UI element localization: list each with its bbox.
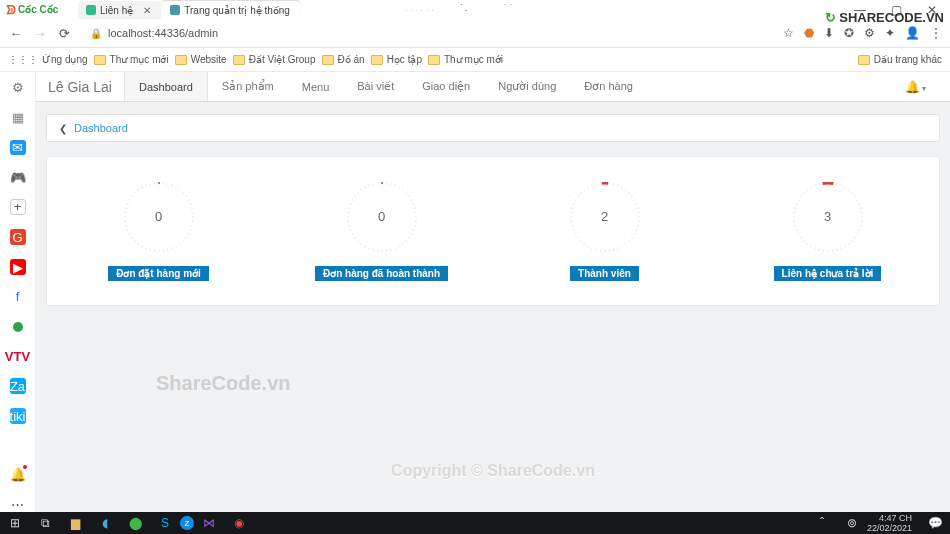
address-bar[interactable]: 🔒localhost:44336/admin <box>80 27 775 39</box>
svg-line-103 <box>625 189 626 191</box>
wifi-icon[interactable]: ⊚ <box>837 516 867 530</box>
nav-menu[interactable]: Menu <box>288 72 344 101</box>
bookmark-folder[interactable]: Thư mục mới <box>94 54 169 65</box>
svg-line-8 <box>187 199 189 200</box>
zalo-icon[interactable]: Za <box>10 378 26 394</box>
watermark-text: ShareCode.vn <box>156 372 290 395</box>
svg-line-163 <box>854 237 856 238</box>
svg-line-192 <box>818 183 819 185</box>
coccoc-task-icon[interactable]: ⬤ <box>120 516 150 530</box>
dot-icon[interactable] <box>10 319 26 335</box>
bookmarks-bar: ⋮⋮⋮ Ứng dụng Thư mục mới Website Đất Việ… <box>0 48 950 72</box>
reload-button[interactable]: ⟳ <box>56 26 72 41</box>
nav-orders[interactable]: Đơn hàng <box>570 72 647 101</box>
svg-line-6 <box>182 192 183 193</box>
menu-icon[interactable]: ⋮ <box>930 26 942 40</box>
svg-line-185 <box>795 203 797 204</box>
edge-icon[interactable]: ◖ <box>90 516 120 530</box>
svg-line-130 <box>574 233 576 234</box>
nav-users[interactable]: Người dùng <box>484 72 570 101</box>
bookmark-folder[interactable]: Đất Việt Group <box>233 54 316 65</box>
shield-icon[interactable]: ⬣ <box>804 26 814 40</box>
puzzle-icon[interactable]: ✦ <box>885 26 895 40</box>
svg-line-83 <box>348 225 350 226</box>
bandicam-task-icon[interactable]: ◉ <box>224 516 254 530</box>
svg-line-154 <box>856 199 858 200</box>
task-view-icon[interactable]: ⧉ <box>30 516 60 530</box>
star-icon[interactable]: ☆ <box>783 26 794 40</box>
notification-center-icon[interactable]: 💬 <box>920 516 950 530</box>
forward-button[interactable]: → <box>32 26 48 41</box>
svg-point-97 <box>381 182 383 184</box>
svg-line-117 <box>625 243 626 245</box>
notifications-button[interactable]: 🔔 <box>905 80 940 94</box>
bookmark-folder[interactable]: Đồ án <box>322 54 365 65</box>
svg-line-95 <box>372 183 373 185</box>
bell-icon[interactable]: 🔔 <box>10 466 26 482</box>
download-icon[interactable]: ⬇ <box>824 26 834 40</box>
svg-line-16 <box>187 233 189 234</box>
gauge: 3 <box>793 182 863 252</box>
svg-line-53 <box>398 186 399 188</box>
apps-button[interactable]: ⋮⋮⋮ Ứng dụng <box>8 54 88 65</box>
avatar-icon[interactable]: 👤 <box>905 26 920 40</box>
svg-line-52 <box>394 184 395 186</box>
windows-taskbar: ⊞ ⧉ ▆ ◖ ⬤ S Z ⋈ ◉ ˆ ⊚ 4:47 CH22/02/2021 … <box>0 512 950 534</box>
admin-brand[interactable]: Lê Gia Lai <box>36 79 124 95</box>
google-icon[interactable]: G <box>10 229 26 245</box>
svg-line-92 <box>360 189 361 191</box>
nav-posts[interactable]: Bài viết <box>343 72 408 101</box>
box-icon[interactable]: ▦ <box>10 110 26 126</box>
tab-strip: Liên hệ✕ Trang quản trị hệ thống <box>78 0 301 19</box>
browser-tab[interactable]: Liên hệ✕ <box>78 1 161 19</box>
svg-line-148 <box>836 183 837 185</box>
more-icon[interactable]: ⋯ <box>10 496 26 512</box>
svg-point-48 <box>158 182 160 184</box>
svg-line-131 <box>572 229 574 230</box>
explorer-icon[interactable]: ▆ <box>60 516 90 530</box>
bookmark-folder[interactable]: Website <box>175 54 227 65</box>
add-icon[interactable]: + <box>10 199 26 215</box>
browser-toolbar: ← → ⟳ 🔒localhost:44336/admin ☆ ⬣ ⬇ ✪ ⚙ ✦… <box>0 19 950 48</box>
tray-chevron-icon[interactable]: ˆ <box>807 516 837 530</box>
gear-icon[interactable]: ⚙ <box>10 80 26 96</box>
svg-line-191 <box>814 184 815 186</box>
svg-line-90 <box>354 195 356 196</box>
extension-icon[interactable]: ✪ <box>844 26 854 40</box>
system-clock[interactable]: 4:47 CH22/02/2021 <box>867 513 920 533</box>
svg-line-115 <box>631 237 633 238</box>
start-button[interactable]: ⊞ <box>0 516 30 530</box>
back-button[interactable]: ← <box>8 26 24 41</box>
svg-line-82 <box>349 229 351 230</box>
gamepad-icon[interactable]: 🎮 <box>10 169 26 185</box>
bookmark-folder[interactable]: Học tập <box>371 54 422 65</box>
breadcrumb-link[interactable]: Dashboard <box>74 122 128 134</box>
bandicam-watermark: www.BANDICAM.com <box>404 0 547 15</box>
svg-line-189 <box>806 189 807 191</box>
vtv-icon[interactable]: VTV <box>10 349 26 365</box>
svg-line-2 <box>167 183 168 185</box>
svg-line-175 <box>806 243 807 245</box>
svg-line-143 <box>591 184 592 186</box>
youtube-icon[interactable]: ▶ <box>10 259 26 275</box>
facebook-icon[interactable]: f <box>10 289 26 305</box>
svg-line-79 <box>357 240 358 241</box>
svg-line-187 <box>800 195 802 196</box>
svg-line-56 <box>408 195 410 196</box>
extension-icon[interactable]: ⚙ <box>864 26 875 40</box>
tiki-icon[interactable]: tiki <box>10 408 26 424</box>
svg-line-45 <box>145 184 146 186</box>
other-bookmarks[interactable]: Dấu trang khác <box>858 54 942 65</box>
nav-products[interactable]: Sản phẩm <box>208 72 288 101</box>
vs-icon[interactable]: ⋈ <box>194 516 224 530</box>
messenger-icon[interactable]: ✉ <box>10 140 26 156</box>
browser-tab[interactable]: Trang quản trị hệ thống <box>162 1 300 19</box>
nav-theme[interactable]: Giao diện <box>408 72 484 101</box>
close-tab-icon[interactable]: ✕ <box>143 5 151 16</box>
nav-dashboard[interactable]: Dashboard <box>124 72 208 101</box>
svg-line-59 <box>413 207 415 208</box>
skype-icon[interactable]: S <box>150 516 180 530</box>
svg-line-162 <box>856 233 858 234</box>
zalo-task-icon[interactable]: Z <box>180 516 194 530</box>
bookmark-folder[interactable]: Thư mục mới <box>428 54 503 65</box>
